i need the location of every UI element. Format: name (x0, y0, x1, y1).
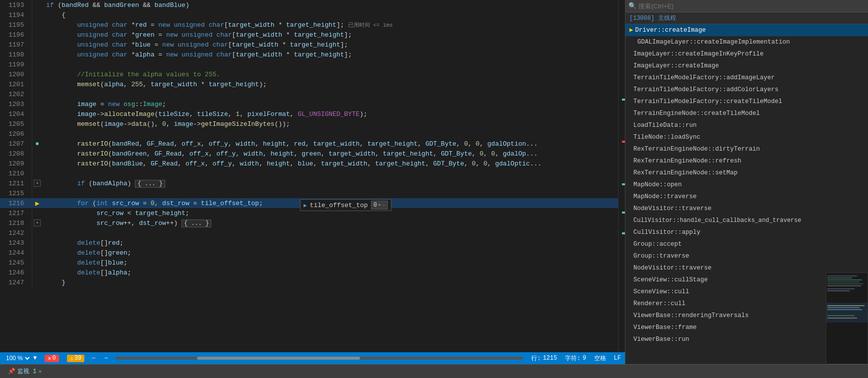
callstack-item-terrain-addimage[interactable]: TerrainTileModelFactory::addImageLayer (625, 72, 868, 84)
line-gutter (32, 40, 42, 50)
callstack-item-group-accept[interactable]: Group::accept (625, 238, 868, 250)
watch-increment[interactable]: + (378, 202, 381, 208)
line-gutter (32, 10, 42, 20)
callstack-item-nodevisitor-traverse1[interactable]: NodeVisitor::traverse (625, 203, 868, 215)
pin-icon: 📌 (8, 368, 15, 375)
callstack-item-cullvisitor-handle[interactable]: CullVisitor::handle_cull_callbacks_and_t… (625, 215, 868, 226)
nav-back[interactable]: ← (92, 355, 96, 362)
line-gutter (32, 0, 42, 10)
line-gutter (32, 119, 42, 129)
svg-rect-13 (827, 315, 855, 316)
callstack-item-imagelayer-keyprofile[interactable]: ImageLayer::createImageInKeyProfile (625, 48, 868, 60)
item-label: Driver::createImage (635, 25, 706, 35)
line-number: 1198 (0, 50, 32, 59)
callstack-item-imagelayer-create[interactable]: ImageLayer::createImage (625, 60, 868, 72)
callstack-item-terrain-createtile[interactable]: TerrainTileModelFactory::createTileModel (625, 96, 868, 108)
line-code: delete[]red; (42, 238, 625, 248)
table-row: 1215 (0, 188, 625, 198)
warning-indicator[interactable]: ⚠ 39 (67, 355, 85, 362)
line-gutter: ▶ (32, 198, 42, 208)
nav-forward[interactable]: → (104, 355, 107, 362)
item-label: NodeVisitor::traverse (633, 265, 712, 271)
horizontal-scrollbar[interactable] (116, 357, 523, 360)
watch-popup: ▶ tile_offset_top 0 + - (300, 199, 391, 211)
table-row: 1195 unsigned char *red = new unsigned c… (0, 20, 625, 30)
svg-rect-5 (827, 283, 863, 284)
watch-tab[interactable]: 📌 监视 1 ✕ (4, 367, 46, 376)
scrollbar-container[interactable] (116, 357, 523, 360)
zoom-select[interactable]: 100 % 75 % 125 % 150 % (4, 354, 31, 362)
line-code: unsigned char *red = new unsigned char[t… (42, 20, 625, 30)
collapse-button-2[interactable]: + (34, 219, 41, 226)
status-bar: 100 % 75 % 125 % 150 % ▼ ✕ 0 ⚠ 39 ← → (0, 352, 625, 364)
item-label: LoadTileData::run (633, 122, 697, 129)
line-gutter (32, 109, 42, 119)
callstack-item-loadtiledata[interactable]: LoadTileData::run (625, 119, 868, 131)
svg-rect-4 (827, 281, 860, 282)
line-code (42, 129, 625, 139)
callstack-item-rex-setmap[interactable]: RexTerrainEngineNode::setMap (625, 167, 868, 179)
item-label: TerrainEngineNode::createTileModel (633, 110, 760, 117)
item-label: SceneView::cull (633, 288, 689, 295)
table-row: 1207 rasterIO(bandRed, GF_Read, off_x, o… (0, 139, 625, 149)
warning-count: 39 (74, 355, 81, 362)
line-code: delete[]green; (42, 248, 625, 258)
code-scroll[interactable]: 1193 if (bandRed && bandGreen && bandBlu… (0, 0, 625, 352)
search-icon: 🔍 (628, 2, 636, 10)
line-number: 1196 (0, 30, 32, 40)
callstack-item-rex-refresh[interactable]: RexTerrainEngineNode::refresh (625, 155, 868, 167)
search-input[interactable] (638, 2, 865, 10)
item-label: ViewerBase::run (633, 336, 689, 343)
table-row: 1218 + src_row++, dst_row++) { ... } (0, 218, 625, 228)
callstack-item-driver-createimage[interactable]: ▶ Driver::createImage (625, 24, 868, 36)
callstack-item-cullvisitor-apply[interactable]: CullVisitor::apply (625, 226, 868, 238)
item-label: ViewerBase::renderingTraversals (633, 312, 749, 319)
line-number: 1242 (0, 228, 32, 238)
callstack-item-tilenode-loadsync[interactable]: TileNode::loadSync (625, 131, 868, 143)
scroll-marker-red (622, 141, 625, 143)
svg-rect-3 (827, 279, 862, 280)
line-number: 1199 (0, 59, 32, 69)
callstack-item-group-traverse[interactable]: Group::traverse (625, 250, 868, 262)
collapse-button[interactable]: + (34, 180, 41, 187)
watch-icon: ▶ (304, 202, 307, 209)
callstack-item-mapnode-traverse[interactable]: MapNode::traverse (625, 191, 868, 203)
line-number: 1193 (0, 0, 32, 10)
callstack-item-engine-createtile[interactable]: TerrainEngineNode::createTileModel (625, 108, 868, 119)
error-count: 0 (52, 355, 56, 362)
line-gutter (32, 59, 42, 69)
line-code: rasterIO(bandRed, GF_Read, off_x, off_y,… (42, 139, 625, 149)
line-gutter (32, 69, 42, 79)
watch-decrement[interactable]: - (382, 202, 385, 208)
table-row: 1199 (0, 59, 625, 69)
item-label: GDALImageLayer::createImageImplementatio… (637, 39, 790, 46)
line-number: 1244 (0, 248, 32, 258)
item-label: TerrainTileModelFactory::addColorLayers (633, 86, 779, 93)
line-gutter (32, 258, 42, 268)
line-number: 1218 (0, 218, 32, 228)
code-table: 1193 if (bandRed && bandGreen && bandBlu… (0, 0, 625, 287)
line-number: 1209 (0, 159, 32, 168)
line-code: { (42, 10, 625, 20)
item-label: CullVisitor::apply (633, 229, 700, 236)
callstack-item-mapnode-open[interactable]: MapNode::open (625, 179, 868, 191)
line-gutter (32, 129, 42, 139)
table-row: 1216 ▶ for (int src_row = 0, dst_row = t… (0, 198, 625, 208)
zoom-control[interactable]: 100 % 75 % 125 % 150 % ▼ (4, 354, 37, 362)
scrollbar-thumb[interactable] (197, 357, 360, 360)
callstack-item-gdal[interactable]: GDALImageLayer::createImageImplementatio… (625, 36, 868, 48)
item-label: CullVisitor::handle_cull_callbacks_and_t… (633, 217, 801, 224)
table-row: 1244 delete[]green; (0, 248, 625, 258)
error-indicator[interactable]: ✕ 0 (45, 355, 59, 362)
line-gutter (32, 238, 42, 248)
line-code (42, 59, 625, 69)
line-number: 1206 (0, 129, 32, 139)
svg-rect-10 (827, 305, 865, 306)
close-button[interactable]: ✕ (38, 368, 42, 375)
line-gutter (32, 79, 42, 89)
callstack-item-rex-dirty[interactable]: RexTerrainEngineNode::dirtyTerrain (625, 143, 868, 155)
line-code: delete[]alpha; (42, 268, 625, 277)
line-number: 1203 (0, 99, 32, 109)
line-code (42, 188, 625, 198)
callstack-item-terrain-addcolor[interactable]: TerrainTileModelFactory::addColorLayers (625, 84, 868, 96)
